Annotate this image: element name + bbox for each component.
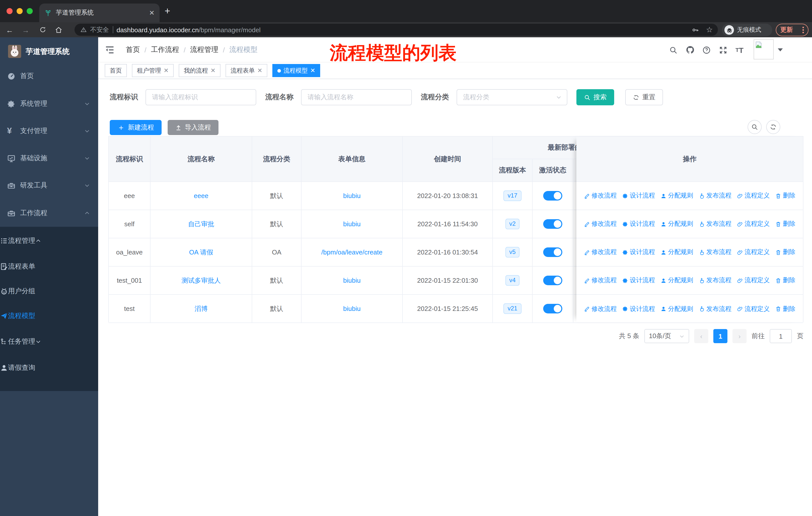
toggle-search-button[interactable] — [748, 120, 762, 134]
macos-minimize-button[interactable] — [17, 8, 23, 14]
chrome-update-button[interactable]: 更新 — [776, 24, 809, 36]
sidebar-item-system[interactable]: 系统管理 — [0, 90, 98, 117]
assign-rule-link[interactable]: 分配规则 — [661, 220, 693, 228]
search-button[interactable]: 搜索 — [576, 89, 614, 105]
assign-rule-link[interactable]: 分配规则 — [661, 191, 693, 200]
tag-my-process[interactable]: 我的流程✕ — [179, 64, 221, 77]
sidebar-item-leave-query[interactable]: 请假查询 — [0, 355, 98, 380]
process-definition-link[interactable]: 流程定义 — [737, 248, 770, 256]
version-badge[interactable]: v2 — [505, 218, 520, 229]
publish-process-link[interactable]: 发布流程 — [699, 248, 731, 256]
active-toggle[interactable] — [543, 219, 562, 229]
close-icon[interactable]: ✕ — [257, 67, 262, 74]
design-process-link[interactable]: 设计流程 — [622, 305, 655, 313]
form-link[interactable]: /bpm/oa/leave/create — [321, 248, 383, 256]
process-definition-link[interactable]: 流程定义 — [737, 305, 770, 313]
macos-close-button[interactable] — [6, 8, 12, 14]
close-icon[interactable]: ✕ — [164, 67, 169, 74]
active-toggle[interactable] — [543, 247, 562, 257]
active-toggle[interactable] — [543, 304, 562, 314]
goto-page-input[interactable]: 1 — [770, 329, 792, 343]
version-badge[interactable]: v21 — [504, 303, 522, 314]
publish-process-link[interactable]: 发布流程 — [699, 220, 731, 228]
user-avatar[interactable] — [754, 39, 774, 59]
delete-link[interactable]: 删除 — [775, 276, 795, 285]
assign-rule-link[interactable]: 分配规则 — [661, 248, 693, 256]
form-link[interactable]: biubiu — [343, 305, 360, 313]
header-search-icon[interactable] — [669, 37, 677, 62]
sidebar-collapse-icon[interactable] — [105, 45, 115, 55]
home-icon[interactable] — [53, 24, 64, 35]
sidebar-item-infrastructure[interactable]: 基础设施 — [0, 145, 98, 172]
close-icon[interactable]: ✕ — [210, 67, 215, 74]
process-name-link[interactable]: 自己审批 — [188, 219, 214, 228]
reset-button[interactable]: 重置 — [625, 89, 663, 105]
sidebar-item-home[interactable]: 首页 — [0, 62, 98, 90]
password-key-icon[interactable] — [691, 26, 699, 33]
current-page-button[interactable]: 1 — [713, 329, 727, 343]
github-icon[interactable] — [686, 37, 695, 62]
assign-rule-link[interactable]: 分配规则 — [661, 305, 693, 313]
form-link[interactable]: biubiu — [343, 277, 360, 284]
design-process-link[interactable]: 设计流程 — [622, 276, 655, 285]
avatar-caret-down-icon[interactable] — [778, 48, 783, 51]
sidebar-item-task-management[interactable]: 任务管理 — [0, 329, 98, 354]
breadcrumb-workflow[interactable]: 工作流程 — [151, 45, 179, 54]
sidebar-item-process-form[interactable]: 流程表单 — [0, 254, 98, 279]
browser-tab[interactable]: 芋道管理系统 ✕ — [39, 3, 160, 22]
process-name-link[interactable]: 测试多审批人 — [181, 276, 221, 285]
tag-home[interactable]: 首页 — [105, 64, 127, 77]
publish-process-link[interactable]: 发布流程 — [699, 305, 731, 313]
tag-process-form[interactable]: 流程表单✕ — [226, 64, 267, 77]
url-bar[interactable]: 不安全 dashboard.yudao.iocoder.cn/bpm/manag… — [75, 24, 718, 36]
sidebar-item-payment[interactable]: ¥ 支付管理 — [0, 117, 98, 145]
form-link[interactable]: biubiu — [343, 220, 360, 228]
version-badge[interactable]: v4 — [505, 275, 520, 286]
macos-zoom-button[interactable] — [27, 8, 33, 14]
new-tab-button[interactable]: + — [165, 6, 170, 16]
sidebar-item-workflow[interactable]: 工作流程 — [0, 199, 98, 227]
process-definition-link[interactable]: 流程定义 — [737, 191, 770, 200]
delete-link[interactable]: 删除 — [775, 305, 795, 313]
assign-rule-link[interactable]: 分配规则 — [661, 276, 693, 285]
import-process-button[interactable]: 导入流程 — [168, 120, 219, 135]
process-name-input[interactable]: 请输入流程名称 — [301, 89, 412, 105]
process-name-link[interactable]: eeee — [194, 192, 208, 199]
edit-process-link[interactable]: 修改流程 — [584, 248, 617, 256]
refresh-list-button[interactable] — [766, 120, 780, 134]
sidebar-item-user-group[interactable]: 用户分组 — [0, 279, 98, 304]
delete-link[interactable]: 删除 — [775, 191, 795, 200]
create-process-button[interactable]: ＋新建流程 — [110, 120, 162, 135]
version-badge[interactable]: v17 — [504, 190, 522, 201]
edit-process-link[interactable]: 修改流程 — [584, 305, 617, 313]
publish-process-link[interactable]: 发布流程 — [699, 191, 731, 200]
process-name-link[interactable]: OA 请假 — [189, 248, 213, 257]
font-size-icon[interactable]: TT — [735, 37, 744, 62]
app-logo-row[interactable]: 芋道管理系统 — [0, 42, 98, 60]
fullscreen-icon[interactable] — [719, 37, 727, 62]
tag-process-model[interactable]: 流程模型✕ — [272, 64, 320, 77]
next-page-button[interactable]: › — [732, 329, 747, 343]
active-toggle[interactable] — [543, 276, 562, 285]
active-toggle[interactable] — [543, 191, 562, 200]
reload-icon[interactable] — [37, 24, 48, 35]
bookmark-star-icon[interactable]: ☆ — [706, 25, 713, 34]
process-key-input[interactable]: 请输入流程标识 — [145, 89, 256, 105]
process-category-select[interactable]: 流程分类 — [457, 89, 567, 105]
sidebar-item-process-management[interactable]: 流程管理 — [0, 228, 98, 253]
help-icon[interactable] — [702, 37, 711, 62]
delete-link[interactable]: 删除 — [775, 248, 795, 256]
close-icon[interactable]: ✕ — [310, 67, 315, 74]
prev-page-button[interactable]: ‹ — [694, 329, 708, 343]
design-process-link[interactable]: 设计流程 — [622, 220, 655, 228]
breadcrumb-process-management[interactable]: 流程管理 — [190, 45, 219, 54]
process-definition-link[interactable]: 流程定义 — [737, 276, 770, 285]
delete-link[interactable]: 删除 — [775, 220, 795, 228]
design-process-link[interactable]: 设计流程 — [622, 248, 655, 256]
tag-tenant[interactable]: 租户管理✕ — [132, 64, 174, 77]
form-link[interactable]: biubiu — [343, 192, 360, 199]
browser-menu-icon[interactable] — [803, 27, 804, 33]
page-size-select[interactable]: 10条/页 — [644, 329, 689, 343]
version-badge[interactable]: v5 — [505, 247, 520, 257]
sidebar-item-process-model[interactable]: 流程模型 — [0, 303, 98, 329]
